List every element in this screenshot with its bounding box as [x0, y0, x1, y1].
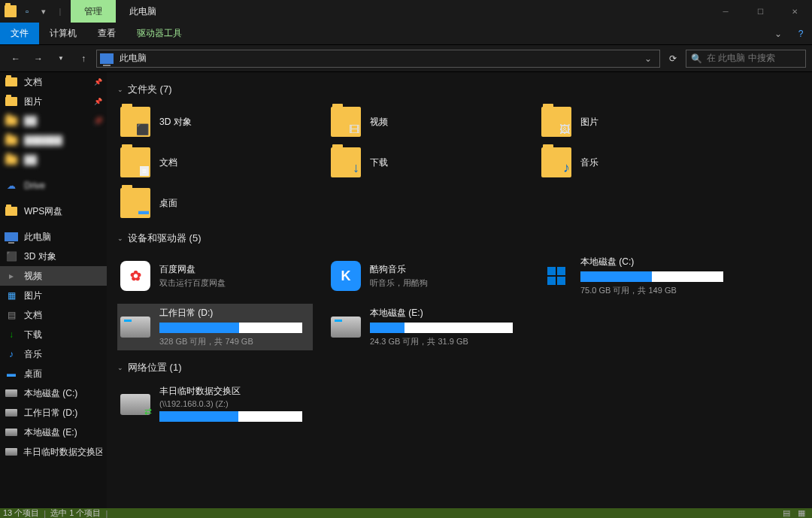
drive-icon: [120, 312, 150, 342]
quick-access-toolbar: ▫ ▾ |: [0, 0, 71, 23]
document-icon: ≡: [140, 166, 149, 176]
ribbon-collapse-icon[interactable]: ⌄: [767, 23, 789, 44]
kugou-icon: K: [331, 261, 361, 291]
download-icon: ↓: [353, 160, 359, 176]
close-button[interactable]: ✕: [777, 0, 812, 23]
group-header-devices[interactable]: ⌄ 设备和驱动器 (5): [117, 232, 801, 245]
sidebar-item-music[interactable]: ♪音乐: [0, 344, 107, 364]
chevron-down-icon: ⌄: [117, 235, 123, 242]
view-large-button[interactable]: ▦: [794, 508, 809, 518]
network-drive-icon: [120, 389, 150, 420]
group-header-network[interactable]: ⌄ 网络位置 (1): [117, 361, 801, 374]
folder-downloads[interactable]: ↓ 下载: [328, 144, 523, 180]
title-thispc: 此电脑: [116, 0, 170, 23]
netdrive-z[interactable]: 丰日临时数据交换区 (\\192.168.0.3) (Z:): [117, 382, 313, 426]
sidebar-item-3dobjects[interactable]: ⬛3D 对象: [0, 247, 107, 266]
chevron-down-icon: ⌄: [117, 364, 123, 371]
baidu-icon: ✿: [120, 261, 150, 291]
search-icon: 🔍: [691, 53, 702, 64]
status-item-count: 13 个项目: [3, 507, 39, 518]
sidebar-item-drive-c[interactable]: 本地磁盘 (C:): [0, 383, 107, 403]
windows-drive-icon: [541, 261, 571, 291]
view-details-button[interactable]: ▤: [779, 508, 794, 518]
nav-recent-dropdown[interactable]: ▼: [51, 50, 71, 68]
sidebar-item-pictures2[interactable]: ▦图片: [0, 286, 107, 305]
app-icon: [5, 5, 17, 17]
status-selection: 选中 1 个项目: [50, 507, 101, 518]
folder-music[interactable]: ♪ 音乐: [538, 144, 734, 180]
main-content: ⌄ 文件夹 (7) ⬛ 3D 对象 🎞 视频 🖼 图片 ≡ 文档 ↓ 下载: [107, 72, 812, 508]
maximize-button[interactable]: ☐: [743, 0, 777, 23]
film-icon: 🎞: [349, 123, 359, 135]
address-bar-row: ← → ▼ ↑ 此电脑 ⌄ ⟳ 🔍 在 此电脑 中搜索: [0, 45, 812, 72]
folder-documents[interactable]: ≡ 文档: [117, 144, 313, 180]
sidebar-item-downloads[interactable]: ↓下载: [0, 325, 107, 344]
group-header-folders[interactable]: ⌄ 文件夹 (7): [117, 83, 801, 96]
titlebar: ▫ ▾ | 管理 此电脑 ─ ☐ ✕: [0, 0, 812, 23]
search-placeholder: 在 此电脑 中搜索: [707, 52, 775, 65]
sidebar-item-pictures[interactable]: 图片: [0, 92, 107, 111]
drive-icon: [331, 312, 361, 342]
sidebar-item-documents[interactable]: 文档: [0, 72, 107, 92]
group-label: 网络位置 (1): [128, 361, 182, 374]
minimize-button[interactable]: ─: [708, 0, 743, 23]
search-box[interactable]: 🔍 在 此电脑 中搜索: [686, 50, 806, 68]
sidebar-item-desktop[interactable]: ▬桌面: [0, 364, 107, 383]
nav-up-button[interactable]: ↑: [74, 50, 93, 68]
ribbon-tabs: 文件 计算机 查看 驱动器工具 ⌄ ?: [0, 23, 812, 45]
tab-file[interactable]: 文件: [0, 23, 39, 44]
address-box[interactable]: 此电脑 ⌄: [96, 50, 660, 68]
sidebar-item-redacted[interactable]: ██████: [0, 131, 107, 150]
image-icon: 🖼: [559, 123, 570, 135]
cube-icon: ⬛: [136, 123, 149, 135]
sidebar-item-thispc[interactable]: 此电脑: [0, 227, 107, 247]
music-icon: ♪: [563, 160, 570, 176]
qat-properties-icon[interactable]: ▫: [21, 5, 33, 17]
folder-pictures[interactable]: 🖼 图片: [538, 104, 734, 140]
sidebar-item-redacted[interactable]: ██: [0, 111, 107, 131]
desktop-icon: ▬: [138, 204, 149, 217]
refresh-button[interactable]: ⟳: [663, 50, 683, 68]
chevron-down-icon: ⌄: [117, 86, 123, 93]
group-label: 设备和驱动器 (5): [128, 232, 201, 245]
tab-view[interactable]: 查看: [87, 23, 126, 44]
drive-e[interactable]: 本地磁盘 (E:) 24.3 GB 可用，共 31.9 GB: [328, 304, 523, 350]
qat-dropdown-icon[interactable]: ▾: [38, 5, 50, 17]
folder-3dobjects[interactable]: ⬛ 3D 对象: [117, 104, 313, 140]
sidebar-item-drive-d[interactable]: 工作日常 (D:): [0, 403, 107, 423]
app-baidu[interactable]: ✿ 百度网盘双击运行百度网盘: [117, 253, 313, 299]
address-dropdown-icon[interactable]: ⌄: [640, 53, 656, 64]
folder-desktop[interactable]: ▬ 桌面: [117, 185, 313, 221]
thispc-icon: [100, 53, 114, 64]
sidebar-item-drive-e[interactable]: 本地磁盘 (E:): [0, 423, 107, 442]
sidebar-item-onedrive[interactable]: ☁Drive: [0, 176, 107, 195]
contextual-tab-manage[interactable]: 管理: [71, 0, 116, 23]
qat-separator: |: [54, 5, 66, 17]
sidebar-item-drive-z[interactable]: 丰日临时数据交换区: [0, 442, 107, 462]
navigation-sidebar: 文档 图片 ██ ██████ ██ ☁Drive WPS网盘 此电脑 ⬛3D …: [0, 72, 107, 508]
group-label: 文件夹 (7): [128, 83, 172, 96]
tab-drive-tools[interactable]: 驱动器工具: [126, 23, 192, 44]
status-bar: 13 个项目 | 选中 1 个项目 | ▤ ▦: [0, 508, 812, 518]
drive-c[interactable]: 本地磁盘 (C:) 75.0 GB 可用，共 149 GB: [538, 253, 734, 299]
sidebar-item-redacted[interactable]: ██: [0, 150, 107, 170]
nav-back-button[interactable]: ←: [6, 50, 26, 68]
drive-d[interactable]: 工作日常 (D:) 328 GB 可用，共 749 GB: [117, 304, 313, 350]
app-kugou[interactable]: K 酷狗音乐听音乐，用酷狗: [328, 253, 523, 299]
nav-forward-button[interactable]: →: [29, 50, 48, 68]
address-text: 此电脑: [120, 52, 640, 65]
help-icon[interactable]: ?: [789, 23, 812, 44]
sidebar-item-videos[interactable]: ▸视频: [0, 266, 107, 286]
sidebar-item-wps[interactable]: WPS网盘: [0, 201, 107, 221]
sidebar-item-documents2[interactable]: ▤文档: [0, 305, 107, 325]
folder-videos[interactable]: 🎞 视频: [328, 104, 523, 140]
tab-computer[interactable]: 计算机: [39, 23, 87, 44]
